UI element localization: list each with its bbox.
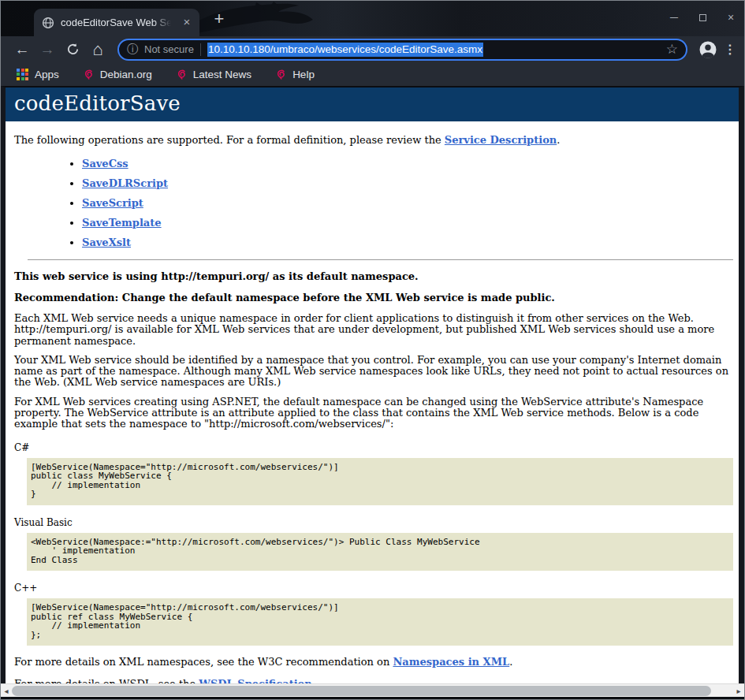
code-sample-cpp: [WebService(Namespace="http://microsoft.…: [27, 598, 733, 646]
namespace-paragraph-1: Each XML Web service needs a unique name…: [14, 313, 729, 347]
footer-period: .: [312, 678, 315, 683]
browser-tab[interactable]: codeEditorSave Web Service ×: [34, 9, 199, 36]
bookmarks-bar: Apps Debian.org Latest News Help: [1, 62, 744, 86]
namespace-note-1: This web service is using http://tempuri…: [14, 270, 729, 282]
footer-line-namespaces: For more details on XML namespaces, see …: [14, 656, 729, 668]
window-bottom-frame: [1, 697, 744, 699]
footer-text: For more details on WSDL, see the: [14, 678, 199, 683]
code-label-vb: Visual Basic: [14, 517, 729, 528]
globe-favicon-icon: [42, 17, 54, 29]
service-description-link[interactable]: Service Description: [445, 134, 557, 146]
bookmark-label: Help: [292, 69, 315, 80]
scrollbar-thumb[interactable]: [12, 686, 711, 696]
operation-item: SaveCss: [82, 158, 729, 169]
home-button[interactable]: ⌂: [88, 39, 108, 60]
bookmark-label: Debian.org: [100, 69, 152, 80]
forward-button[interactable]: →: [37, 39, 58, 60]
footer-period: .: [509, 656, 512, 668]
footer-text: For more details on XML namespaces, see …: [14, 656, 393, 668]
tab-title: codeEditorSave Web Service: [61, 17, 173, 28]
titlebar: codeEditorSave Web Service × + ─ ×: [1, 1, 744, 36]
debian-swirl-icon: [176, 69, 187, 80]
bookmark-label: Apps: [35, 69, 59, 80]
horizontal-scrollbar[interactable]: ◂ ▸: [1, 683, 744, 697]
minimize-button[interactable]: ─: [665, 9, 683, 26]
browser-window: codeEditorSave Web Service × + ─ × ← → ⌂…: [0, 0, 745, 700]
operation-link-savecss[interactable]: SaveCss: [82, 158, 129, 169]
debian-swirl-icon: [83, 69, 94, 80]
operation-item: SaveXslt: [82, 236, 729, 248]
intro-paragraph: The following operations are supported. …: [14, 134, 729, 146]
code-sample-csharp: [WebService(Namespace="http://microsoft.…: [27, 458, 733, 505]
namespace-paragraph-3: For XML Web services creating using ASP.…: [14, 397, 729, 430]
apps-grid-icon: [17, 69, 28, 80]
operation-link-savexslt[interactable]: SaveXslt: [82, 236, 131, 248]
security-label: Not secure: [144, 43, 194, 55]
reload-icon: [66, 43, 80, 56]
code-label-csharp: C#: [14, 442, 729, 453]
bookmark-debian[interactable]: Debian.org: [83, 69, 152, 80]
operation-item: SaveDLRScript: [82, 177, 729, 189]
new-tab-button[interactable]: +: [209, 9, 229, 28]
operation-link-savetemplate[interactable]: SaveTemplate: [82, 217, 162, 229]
page-viewport: codeEditorSave The following operations …: [1, 86, 744, 683]
section-divider: [28, 259, 733, 260]
address-bar[interactable]: ⓘ Not secure 10.10.10.180/umbraco/webser…: [117, 39, 687, 61]
namespace-note-2: Recommendation: Change the default names…: [14, 292, 729, 303]
info-icon[interactable]: ⓘ: [127, 43, 138, 57]
scroll-right-icon[interactable]: ▸: [734, 684, 743, 698]
debian-swirl-icon: [275, 69, 286, 80]
namespaces-in-xml-link[interactable]: Namespaces in XML: [393, 656, 509, 668]
code-label-cpp: C++: [14, 583, 729, 594]
bookmark-latest-news[interactable]: Latest News: [176, 69, 251, 80]
reload-button[interactable]: [62, 39, 83, 60]
code-sample-vb: <WebService(Namespace:="http://microsoft…: [27, 533, 733, 572]
bookmark-label: Latest News: [193, 69, 251, 80]
page-title: codeEditorSave: [6, 88, 739, 121]
bookmark-help[interactable]: Help: [275, 69, 315, 80]
maximize-button[interactable]: [694, 9, 711, 26]
operation-item: SaveScript: [82, 197, 729, 209]
intro-period: .: [557, 134, 560, 146]
operation-item: SaveTemplate: [82, 217, 729, 229]
operation-link-savescript[interactable]: SaveScript: [82, 197, 143, 209]
scroll-left-icon[interactable]: ◂: [2, 684, 11, 698]
browser-toolbar: ← → ⌂ ⓘ Not secure 10.10.10.180/umbraco/…: [1, 36, 744, 62]
namespace-paragraph-2: Your XML Web service should be identifie…: [14, 355, 729, 389]
window-controls: ─ ×: [665, 9, 739, 26]
profile-avatar-icon[interactable]: [698, 40, 717, 59]
back-button[interactable]: ←: [12, 39, 32, 60]
wsdl-specification-link[interactable]: WSDL Specification: [199, 678, 311, 683]
page-content: The following operations are supported. …: [6, 134, 739, 683]
close-window-button[interactable]: ×: [722, 9, 739, 26]
operations-list: SaveCss SaveDLRScript SaveScript SaveTem…: [14, 158, 729, 248]
bookmark-star-icon[interactable]: ☆: [666, 41, 678, 58]
tab-close-icon[interactable]: ×: [180, 16, 194, 30]
maximize-icon: [699, 14, 706, 21]
browser-menu-icon[interactable]: ⋮: [722, 42, 738, 57]
operation-link-savedlrscript[interactable]: SaveDLRScript: [82, 177, 168, 189]
intro-text: The following operations are supported. …: [14, 134, 445, 146]
bookmark-apps[interactable]: Apps: [17, 69, 59, 80]
omnibox-divider: [200, 43, 201, 56]
url-input[interactable]: 10.10.10.180/umbraco/webservices/codeEdi…: [207, 43, 483, 57]
footer-line-wsdl: For more details on WSDL, see the WSDL S…: [14, 678, 729, 683]
